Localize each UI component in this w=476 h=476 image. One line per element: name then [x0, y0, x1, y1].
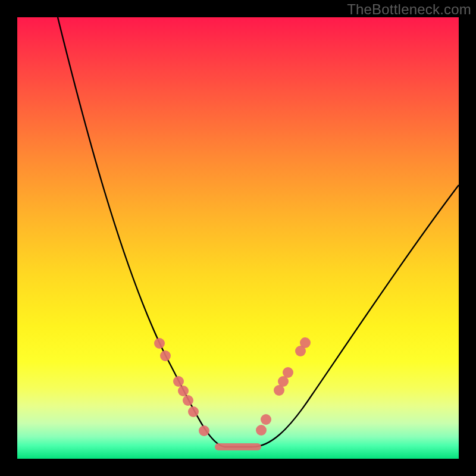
- data-dot-right: [256, 425, 267, 436]
- data-dot-right: [274, 385, 284, 396]
- valley-bar: [215, 443, 261, 450]
- curve-right-branch: [224, 185, 459, 447]
- data-dot-left: [199, 425, 209, 436]
- data-dot-left: [188, 406, 199, 417]
- data-dot-right: [261, 414, 271, 425]
- data-dot-left: [173, 376, 184, 387]
- curve-left-branch: [58, 17, 252, 447]
- plot-frame: [17, 17, 459, 459]
- data-dot-right: [295, 346, 306, 356]
- data-dot-left: [160, 350, 171, 361]
- data-dot-left: [183, 395, 193, 406]
- data-dot-left: [178, 386, 189, 396]
- data-dot-left: [154, 338, 165, 349]
- bottleneck-curve-svg: [17, 17, 459, 459]
- watermark-text: TheBottleneck.com: [347, 1, 471, 18]
